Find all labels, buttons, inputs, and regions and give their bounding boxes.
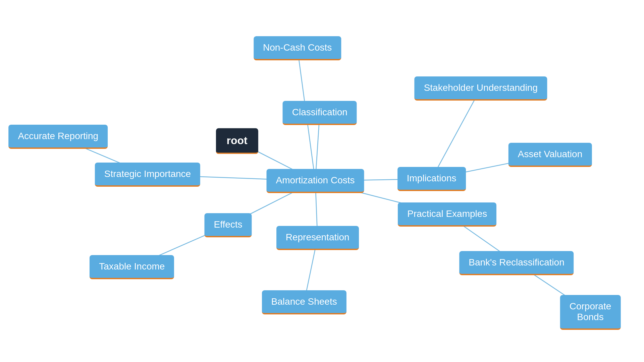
node-practicalExamples[interactable]: Practical Examples [398,202,496,227]
node-stakeholder[interactable]: Stakeholder Understanding [415,76,547,101]
node-representation[interactable]: Representation [276,226,359,250]
node-taxableIncome[interactable]: Taxable Income [90,255,174,279]
node-strategicImportance[interactable]: Strategic Importance [95,163,200,187]
node-root[interactable]: root [216,128,258,154]
node-effects[interactable]: Effects [204,213,252,237]
node-balanceSheets[interactable]: Balance Sheets [262,290,346,314]
node-assetValuation[interactable]: Asset Valuation [508,143,592,167]
node-amortization[interactable]: Amortization Costs [267,169,364,193]
node-corporateBonds[interactable]: Corporate Bonds [560,295,621,330]
mind-map-canvas: rootAmortization CostsNon-Cash CostsClas… [0,0,644,362]
node-nonCash[interactable]: Non-Cash Costs [254,36,341,60]
node-classification[interactable]: Classification [283,101,357,125]
node-banksReclassification[interactable]: Bank's Reclassification [459,251,574,275]
node-implications[interactable]: Implications [397,167,466,191]
node-accurateReporting[interactable]: Accurate Reporting [8,125,108,149]
svg-line-8 [432,88,481,179]
